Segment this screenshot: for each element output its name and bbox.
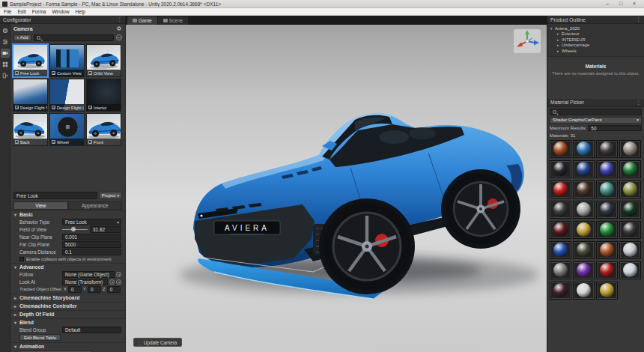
camera-thumbnail[interactable]: Design Flight Lo bbox=[49, 79, 85, 112]
outline-root-node[interactable]: ▾ Aviera_2020 bbox=[547, 25, 644, 31]
material-swatch[interactable] bbox=[550, 241, 571, 259]
fov-value-input[interactable]: 31.82 bbox=[90, 226, 121, 233]
collapsed-foldout[interactable]: ▸Depth Of Field bbox=[10, 310, 125, 318]
collapsed-foldout[interactable]: ▸Cinemachine Storyboard bbox=[10, 294, 125, 301]
camera-name-input[interactable]: Free Look bbox=[13, 192, 97, 199]
material-swatch[interactable] bbox=[573, 221, 595, 239]
camera-enabled-checkbox[interactable] bbox=[15, 71, 19, 75]
outline-child-node[interactable]: ▸ Undercarriage bbox=[547, 43, 644, 49]
window-control-button[interactable]: □ bbox=[616, 0, 625, 7]
filter-icon[interactable] bbox=[116, 34, 122, 40]
lookat-object-field[interactable]: None (Transform) bbox=[62, 279, 108, 285]
configurator-panel-header[interactable]: Configurator ⋮ bbox=[0, 16, 125, 24]
panel-menu-icon[interactable]: ⋮ bbox=[636, 16, 641, 23]
far-clip-input[interactable]: 5000 bbox=[62, 241, 121, 248]
camera-enabled-checkbox[interactable] bbox=[52, 106, 55, 109]
blend-group-input[interactable]: Default bbox=[62, 327, 121, 333]
material-swatch[interactable] bbox=[573, 241, 595, 259]
material-swatch[interactable] bbox=[619, 180, 641, 198]
material-swatch[interactable] bbox=[619, 140, 641, 158]
gear-icon[interactable] bbox=[116, 25, 122, 31]
object-picker-icon[interactable] bbox=[109, 279, 115, 285]
slider-knob[interactable] bbox=[71, 227, 76, 231]
camera-enabled-checkbox[interactable] bbox=[15, 140, 19, 144]
camera-thumbnail[interactable]: Design Flight Sh bbox=[13, 79, 48, 112]
camera-enabled-checkbox[interactable] bbox=[15, 106, 19, 109]
material-swatch[interactable] bbox=[550, 282, 571, 300]
material-swatch[interactable] bbox=[550, 221, 571, 239]
material-swatch[interactable] bbox=[596, 180, 618, 198]
product-outline-header[interactable]: Product Outline ⋮ bbox=[547, 16, 644, 24]
offset-x-input[interactable]: 0 bbox=[68, 286, 82, 293]
material-swatch[interactable] bbox=[596, 241, 618, 259]
camera-thumbnail[interactable]: Wheel bbox=[49, 113, 85, 146]
camera-thumbnail[interactable]: Orbit View bbox=[86, 44, 121, 77]
material-picker-header[interactable]: Material Picker ⋮ bbox=[547, 99, 644, 107]
camera-enabled-checkbox[interactable] bbox=[88, 140, 92, 144]
material-swatch[interactable] bbox=[619, 221, 641, 239]
camera-thumbnail[interactable]: Interior bbox=[86, 79, 121, 112]
window-control-button[interactable]: × bbox=[630, 0, 639, 7]
material-swatch[interactable] bbox=[596, 261, 618, 279]
material-swatch[interactable] bbox=[619, 261, 641, 279]
basic-foldout[interactable]: ▾Basic bbox=[10, 210, 125, 218]
camera-search-input[interactable] bbox=[34, 34, 114, 41]
axis-gizmo[interactable] bbox=[514, 29, 541, 53]
window-control-button[interactable]: – bbox=[603, 0, 612, 7]
camera-distance-input[interactable]: 0.1 bbox=[62, 249, 121, 255]
settings-tab[interactable]: Appearance bbox=[68, 201, 123, 210]
material-swatch[interactable] bbox=[573, 282, 595, 300]
mixer-icon[interactable] bbox=[1, 37, 10, 46]
render-area[interactable]: AVIERA bbox=[126, 25, 547, 352]
offset-y-input[interactable]: 0 bbox=[88, 286, 101, 293]
material-search-input[interactable] bbox=[550, 109, 642, 115]
max-results-input[interactable]: 50 bbox=[588, 125, 642, 131]
near-clip-input[interactable]: 0.001 bbox=[62, 234, 121, 240]
camera-enabled-checkbox[interactable] bbox=[88, 106, 92, 109]
material-swatch[interactable] bbox=[619, 201, 641, 219]
settings-icon[interactable] bbox=[1, 26, 10, 35]
menu-item[interactable]: Window bbox=[52, 9, 69, 14]
viewport-tab[interactable]: Game bbox=[127, 16, 157, 25]
update-camera-button[interactable]: ∷ Update Camera bbox=[133, 338, 182, 347]
material-swatch[interactable] bbox=[596, 221, 618, 239]
material-swatch[interactable] bbox=[573, 160, 595, 178]
material-swatch[interactable] bbox=[619, 160, 641, 178]
outline-child-node[interactable]: ▸ Exterieur bbox=[547, 31, 644, 37]
follow-object-field[interactable]: None (Game Object) bbox=[62, 271, 115, 278]
material-swatch[interactable] bbox=[596, 140, 618, 158]
add-camera-button[interactable]: + Add bbox=[13, 34, 31, 41]
material-swatch[interactable] bbox=[596, 201, 618, 219]
outline-child-node[interactable]: ▸ INTERIEUR bbox=[547, 37, 644, 43]
material-swatch[interactable] bbox=[550, 201, 571, 219]
viewport-tab[interactable]: Scene bbox=[158, 16, 188, 25]
camera-thumbnail[interactable]: Custom View bbox=[49, 44, 85, 77]
edit-blend-table-button[interactable]: Edit Blend Table bbox=[19, 334, 61, 341]
outline-child-node[interactable]: ▸ Wheels bbox=[547, 48, 644, 54]
behavior-type-dropdown[interactable]: Free Look bbox=[62, 219, 121, 225]
camera-thumbnail[interactable]: Front bbox=[86, 113, 121, 146]
camera-enabled-checkbox[interactable] bbox=[52, 71, 55, 75]
collision-checkbox[interactable] bbox=[19, 257, 24, 261]
material-swatch[interactable] bbox=[573, 261, 595, 279]
material-swatch[interactable] bbox=[550, 261, 571, 279]
collapsed-foldout[interactable]: ▸Cinemachine Controller bbox=[10, 302, 125, 309]
menu-item[interactable]: Edit bbox=[17, 9, 25, 14]
material-swatch[interactable] bbox=[619, 241, 641, 259]
material-swatch[interactable] bbox=[573, 180, 595, 198]
grid-icon[interactable] bbox=[1, 60, 10, 69]
panel-menu-icon[interactable]: ⋮ bbox=[117, 16, 122, 23]
settings-tab[interactable]: View bbox=[13, 201, 68, 210]
menu-item[interactable]: Forma bbox=[32, 9, 46, 14]
camera-enabled-checkbox[interactable] bbox=[52, 140, 55, 144]
menu-item[interactable]: Help bbox=[76, 9, 85, 14]
menu-item[interactable]: File bbox=[4, 9, 11, 14]
panel-menu-icon[interactable]: ⋮ bbox=[636, 99, 641, 106]
camera-enabled-checkbox[interactable] bbox=[88, 71, 92, 75]
material-swatch[interactable] bbox=[573, 201, 595, 219]
camera-thumbnail[interactable]: Back bbox=[13, 113, 48, 146]
shader-filter-dropdown[interactable]: Shader Graphs/CarPaint bbox=[550, 117, 642, 124]
offset-z-input[interactable]: 0 bbox=[107, 286, 121, 293]
object-picker-icon[interactable] bbox=[116, 279, 121, 285]
material-swatch[interactable] bbox=[550, 180, 571, 198]
